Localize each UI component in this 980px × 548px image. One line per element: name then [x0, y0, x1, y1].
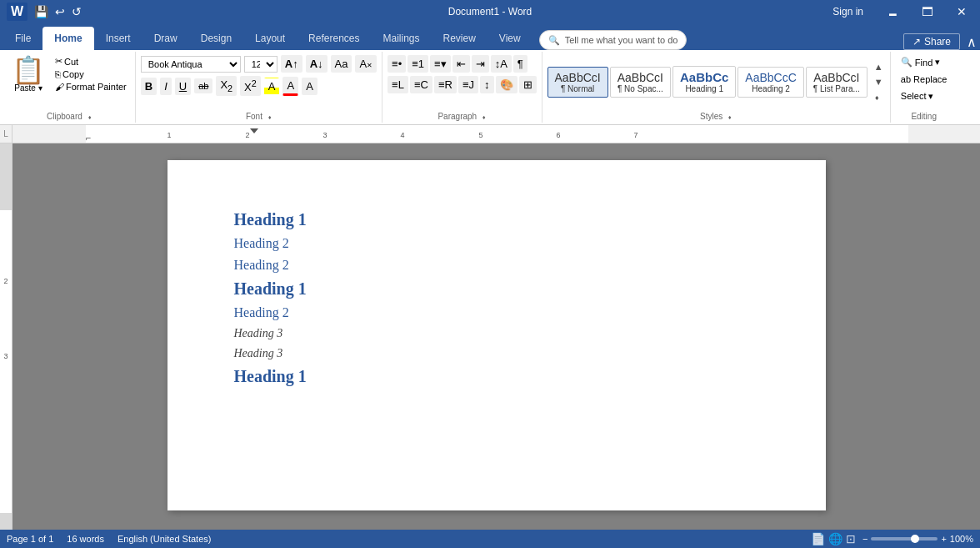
- heading-line-3[interactable]: Heading 2: [234, 258, 759, 273]
- title-bar-right: Sign in 🗕 🗖 ✕: [826, 3, 973, 20]
- tab-file[interactable]: File: [3, 27, 42, 50]
- page-container[interactable]: Heading 1 Heading 2 Heading 2 Heading 1 …: [12, 143, 980, 530]
- heading-line-4[interactable]: Heading 1: [234, 279, 759, 299]
- line-spacing-button[interactable]: ↕: [480, 76, 494, 93]
- print-layout-view-icon[interactable]: 📄: [811, 532, 825, 545]
- cut-button[interactable]: ✂ Cut: [52, 55, 130, 68]
- strikethrough-button[interactable]: ab: [194, 78, 212, 93]
- subscript-button[interactable]: X2: [216, 76, 237, 96]
- ruler-corner[interactable]: L: [0, 125, 12, 143]
- change-case-button[interactable]: Aa: [331, 55, 352, 73]
- indent-marker[interactable]: [250, 128, 258, 133]
- clear-formatting-button[interactable]: A✕: [355, 55, 377, 73]
- tab-draw[interactable]: Draw: [142, 27, 189, 50]
- zoom-slider-thumb[interactable]: [911, 535, 919, 543]
- center-button[interactable]: ≡C: [410, 76, 432, 93]
- replace-button[interactable]: ab Replace: [896, 73, 952, 86]
- format-painter-icon: 🖌: [55, 82, 64, 92]
- styles-scroll-down-icon[interactable]: ▼: [872, 75, 885, 88]
- superscript-button[interactable]: X2: [240, 76, 261, 96]
- status-bar: Page 1 of 1 16 words English (United Sta…: [0, 530, 980, 548]
- style-heading2[interactable]: AaBbCcC Heading 2: [738, 67, 803, 98]
- tab-home[interactable]: Home: [42, 27, 93, 50]
- clipboard-expand-icon[interactable]: ⬧: [88, 113, 92, 121]
- grow-font-button[interactable]: A↑: [281, 55, 302, 73]
- underline-button[interactable]: U: [175, 78, 191, 95]
- word-logo-icon[interactable]: W: [7, 3, 28, 21]
- tab-mailings[interactable]: Mailings: [371, 27, 431, 50]
- web-layout-view-icon[interactable]: 🌐: [828, 532, 842, 545]
- justify-button[interactable]: ≡J: [458, 76, 478, 93]
- close-pane-btn[interactable]: ∧: [967, 34, 977, 50]
- paragraph-label: Paragraph ⬧: [388, 110, 536, 121]
- select-button[interactable]: Select ▾: [896, 89, 939, 103]
- increase-indent-button[interactable]: ⇥: [472, 55, 489, 73]
- show-formatting-button[interactable]: ¶: [513, 55, 528, 73]
- tab-references[interactable]: References: [297, 27, 371, 50]
- heading-line-1[interactable]: Heading 1: [234, 210, 759, 229]
- font-size-select[interactable]: 12: [244, 56, 278, 73]
- share-button[interactable]: ↗ Share: [903, 33, 960, 50]
- style-normal[interactable]: AaBbCcI ¶ Normal: [548, 67, 608, 98]
- redo-icon[interactable]: ↺: [72, 5, 82, 18]
- align-right-button[interactable]: ≡R: [434, 76, 457, 93]
- borders-button[interactable]: ⊞: [519, 76, 537, 93]
- shrink-font-button[interactable]: A↓: [306, 55, 328, 73]
- focus-view-icon[interactable]: ⊡: [846, 532, 856, 545]
- paragraph-expand-icon[interactable]: ⬧: [482, 113, 486, 121]
- paste-button[interactable]: 📋 Paste ▾: [8, 55, 48, 94]
- ruler-mark-4: 4: [400, 131, 404, 139]
- italic-button[interactable]: I: [160, 78, 172, 95]
- heading-line-8[interactable]: Heading 1: [234, 367, 759, 386]
- editing-content: 🔍 Find ▾ ab Replace Select ▾: [896, 53, 952, 110]
- tab-insert[interactable]: Insert: [94, 27, 142, 50]
- styles-scroll-up-icon[interactable]: ▲: [872, 60, 885, 73]
- format-painter-button[interactable]: 🖌 Format Painter: [52, 81, 130, 93]
- vert-ruler-top: [0, 143, 12, 210]
- numbering-button[interactable]: ≡1: [408, 55, 428, 73]
- style-h2-preview: AaBbCcC: [745, 71, 796, 84]
- undo-icon[interactable]: ↩: [55, 5, 65, 18]
- heading-line-7[interactable]: Heading 3: [234, 347, 759, 360]
- bold-button[interactable]: B: [141, 78, 157, 95]
- para-row1: ≡• ≡1 ≡▾ ⇤ ⇥ ↕A ¶: [388, 55, 528, 73]
- tab-layout[interactable]: Layout: [243, 27, 297, 50]
- sign-in-button[interactable]: Sign in: [826, 4, 870, 19]
- heading-line-6[interactable]: Heading 3: [234, 327, 759, 340]
- text-highlight-button[interactable]: A: [264, 78, 280, 95]
- tab-stop[interactable]: ⌐: [86, 133, 91, 143]
- tab-view[interactable]: View: [488, 27, 532, 50]
- find-button[interactable]: 🔍 Find ▾: [896, 55, 945, 69]
- tell-me-label: Tell me what you want to do: [565, 35, 678, 45]
- heading-line-5[interactable]: Heading 2: [234, 305, 759, 320]
- zoom-in-button[interactable]: +: [941, 534, 946, 544]
- sort-button[interactable]: ↕A: [491, 55, 512, 73]
- font-expand-icon[interactable]: ⬧: [268, 113, 272, 121]
- styles-expand-icon[interactable]: ⬧: [728, 113, 732, 121]
- multilevel-button[interactable]: ≡▾: [430, 55, 451, 73]
- font-color-button[interactable]: A: [282, 77, 298, 96]
- styles-more-icon[interactable]: ⬧: [872, 90, 885, 103]
- style-list-para[interactable]: AaBbCcI ¶ List Para...: [806, 67, 868, 98]
- document-page[interactable]: Heading 1 Heading 2 Heading 2 Heading 1 …: [168, 160, 826, 510]
- maximize-icon[interactable]: 🗖: [915, 3, 940, 20]
- style-no-spacing[interactable]: AaBbCcI ¶ No Spac...: [610, 67, 671, 98]
- shading-button[interactable]: 🎨: [496, 76, 518, 93]
- close-icon[interactable]: ✕: [950, 3, 973, 20]
- restore-down-icon[interactable]: 🗕: [880, 3, 905, 20]
- font-row2: B I U ab X2 X2 A A A: [141, 76, 318, 96]
- tell-me-box[interactable]: 🔍 Tell me what you want to do: [539, 30, 688, 50]
- tab-design[interactable]: Design: [189, 27, 243, 50]
- style-heading1[interactable]: AaBbCc Heading 1: [672, 66, 736, 98]
- text-effects-button[interactable]: A: [302, 78, 318, 95]
- zoom-out-button[interactable]: −: [862, 534, 868, 544]
- save-quickaccess-icon[interactable]: 💾: [34, 5, 48, 18]
- align-left-button[interactable]: ≡L: [388, 76, 408, 93]
- tab-review[interactable]: Review: [432, 27, 488, 50]
- font-name-select[interactable]: Book Antiqua: [141, 56, 241, 73]
- decrease-indent-button[interactable]: ⇤: [452, 55, 470, 73]
- zoom-slider-track[interactable]: [871, 537, 938, 540]
- heading-line-2[interactable]: Heading 2: [234, 236, 759, 251]
- bullets-button[interactable]: ≡•: [388, 55, 406, 73]
- copy-button[interactable]: ⎘ Copy: [52, 68, 130, 80]
